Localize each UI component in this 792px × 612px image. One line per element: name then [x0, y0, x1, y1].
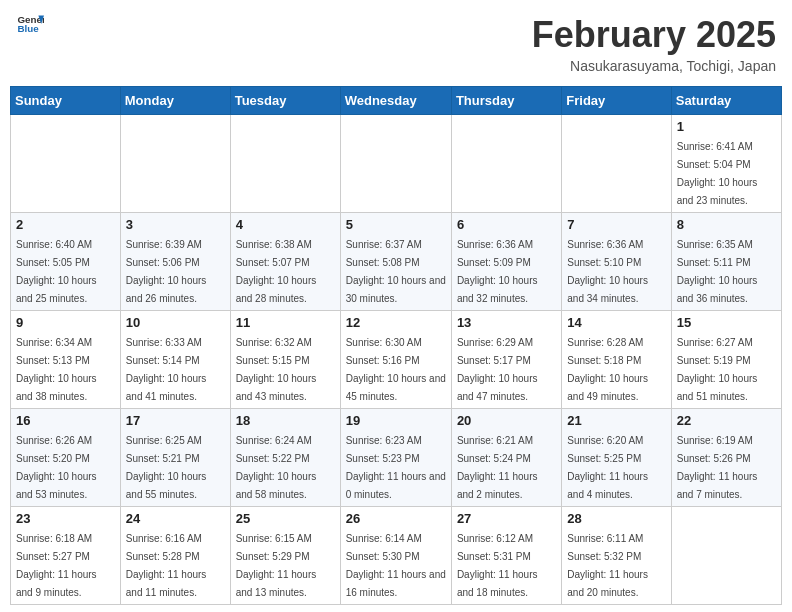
day-info: Sunrise: 6:14 AM Sunset: 5:30 PM Dayligh…: [346, 533, 446, 598]
weekday-header-tuesday: Tuesday: [230, 87, 340, 115]
day-number: 12: [346, 315, 446, 330]
day-cell: 9Sunrise: 6:34 AM Sunset: 5:13 PM Daylig…: [11, 311, 121, 409]
day-cell: 4Sunrise: 6:38 AM Sunset: 5:07 PM Daylig…: [230, 213, 340, 311]
day-number: 20: [457, 413, 556, 428]
day-info: Sunrise: 6:36 AM Sunset: 5:10 PM Dayligh…: [567, 239, 648, 304]
day-info: Sunrise: 6:25 AM Sunset: 5:21 PM Dayligh…: [126, 435, 207, 500]
day-number: 14: [567, 315, 665, 330]
day-cell: 7Sunrise: 6:36 AM Sunset: 5:10 PM Daylig…: [562, 213, 671, 311]
day-info: Sunrise: 6:28 AM Sunset: 5:18 PM Dayligh…: [567, 337, 648, 402]
day-number: 19: [346, 413, 446, 428]
day-cell: 14Sunrise: 6:28 AM Sunset: 5:18 PM Dayli…: [562, 311, 671, 409]
weekday-header-row: SundayMondayTuesdayWednesdayThursdayFrid…: [11, 87, 782, 115]
weekday-header-friday: Friday: [562, 87, 671, 115]
day-number: 22: [677, 413, 776, 428]
day-info: Sunrise: 6:36 AM Sunset: 5:09 PM Dayligh…: [457, 239, 538, 304]
weekday-header-sunday: Sunday: [11, 87, 121, 115]
day-cell: [11, 115, 121, 213]
day-info: Sunrise: 6:40 AM Sunset: 5:05 PM Dayligh…: [16, 239, 97, 304]
weekday-header-saturday: Saturday: [671, 87, 781, 115]
title-area: February 2025 Nasukarasuyama, Tochigi, J…: [532, 14, 776, 74]
day-info: Sunrise: 6:12 AM Sunset: 5:31 PM Dayligh…: [457, 533, 538, 598]
day-cell: 3Sunrise: 6:39 AM Sunset: 5:06 PM Daylig…: [120, 213, 230, 311]
day-number: 16: [16, 413, 115, 428]
day-number: 27: [457, 511, 556, 526]
day-number: 2: [16, 217, 115, 232]
day-info: Sunrise: 6:15 AM Sunset: 5:29 PM Dayligh…: [236, 533, 317, 598]
day-number: 13: [457, 315, 556, 330]
day-info: Sunrise: 6:37 AM Sunset: 5:08 PM Dayligh…: [346, 239, 446, 304]
day-number: 25: [236, 511, 335, 526]
day-cell: 13Sunrise: 6:29 AM Sunset: 5:17 PM Dayli…: [451, 311, 561, 409]
day-number: 9: [16, 315, 115, 330]
week-row-1: 1Sunrise: 6:41 AM Sunset: 5:04 PM Daylig…: [11, 115, 782, 213]
day-cell: 5Sunrise: 6:37 AM Sunset: 5:08 PM Daylig…: [340, 213, 451, 311]
month-title: February 2025: [532, 14, 776, 56]
day-number: 8: [677, 217, 776, 232]
calendar: SundayMondayTuesdayWednesdayThursdayFrid…: [10, 86, 782, 605]
day-cell: 11Sunrise: 6:32 AM Sunset: 5:15 PM Dayli…: [230, 311, 340, 409]
day-info: Sunrise: 6:20 AM Sunset: 5:25 PM Dayligh…: [567, 435, 648, 500]
day-info: Sunrise: 6:34 AM Sunset: 5:13 PM Dayligh…: [16, 337, 97, 402]
day-info: Sunrise: 6:11 AM Sunset: 5:32 PM Dayligh…: [567, 533, 648, 598]
svg-text:Blue: Blue: [17, 23, 39, 34]
day-number: 7: [567, 217, 665, 232]
day-cell: 24Sunrise: 6:16 AM Sunset: 5:28 PM Dayli…: [120, 507, 230, 605]
day-cell: 12Sunrise: 6:30 AM Sunset: 5:16 PM Dayli…: [340, 311, 451, 409]
day-cell: 28Sunrise: 6:11 AM Sunset: 5:32 PM Dayli…: [562, 507, 671, 605]
day-info: Sunrise: 6:33 AM Sunset: 5:14 PM Dayligh…: [126, 337, 207, 402]
day-info: Sunrise: 6:19 AM Sunset: 5:26 PM Dayligh…: [677, 435, 758, 500]
day-cell: [340, 115, 451, 213]
day-cell: [451, 115, 561, 213]
logo-icon: General Blue: [16, 10, 44, 38]
day-info: Sunrise: 6:24 AM Sunset: 5:22 PM Dayligh…: [236, 435, 317, 500]
day-info: Sunrise: 6:18 AM Sunset: 5:27 PM Dayligh…: [16, 533, 97, 598]
day-cell: 22Sunrise: 6:19 AM Sunset: 5:26 PM Dayli…: [671, 409, 781, 507]
day-number: 6: [457, 217, 556, 232]
week-row-3: 9Sunrise: 6:34 AM Sunset: 5:13 PM Daylig…: [11, 311, 782, 409]
day-cell: 23Sunrise: 6:18 AM Sunset: 5:27 PM Dayli…: [11, 507, 121, 605]
week-row-2: 2Sunrise: 6:40 AM Sunset: 5:05 PM Daylig…: [11, 213, 782, 311]
day-cell: 18Sunrise: 6:24 AM Sunset: 5:22 PM Dayli…: [230, 409, 340, 507]
day-cell: 8Sunrise: 6:35 AM Sunset: 5:11 PM Daylig…: [671, 213, 781, 311]
week-row-4: 16Sunrise: 6:26 AM Sunset: 5:20 PM Dayli…: [11, 409, 782, 507]
day-cell: [671, 507, 781, 605]
day-number: 10: [126, 315, 225, 330]
location-title: Nasukarasuyama, Tochigi, Japan: [532, 58, 776, 74]
day-cell: [562, 115, 671, 213]
day-info: Sunrise: 6:32 AM Sunset: 5:15 PM Dayligh…: [236, 337, 317, 402]
day-number: 3: [126, 217, 225, 232]
header: General Blue February 2025 Nasukarasuyam…: [10, 10, 782, 78]
day-info: Sunrise: 6:23 AM Sunset: 5:23 PM Dayligh…: [346, 435, 446, 500]
day-info: Sunrise: 6:29 AM Sunset: 5:17 PM Dayligh…: [457, 337, 538, 402]
day-info: Sunrise: 6:35 AM Sunset: 5:11 PM Dayligh…: [677, 239, 758, 304]
weekday-header-monday: Monday: [120, 87, 230, 115]
day-cell: 26Sunrise: 6:14 AM Sunset: 5:30 PM Dayli…: [340, 507, 451, 605]
day-number: 11: [236, 315, 335, 330]
day-number: 15: [677, 315, 776, 330]
day-info: Sunrise: 6:39 AM Sunset: 5:06 PM Dayligh…: [126, 239, 207, 304]
day-number: 1: [677, 119, 776, 134]
day-cell: 6Sunrise: 6:36 AM Sunset: 5:09 PM Daylig…: [451, 213, 561, 311]
day-number: 17: [126, 413, 225, 428]
day-info: Sunrise: 6:21 AM Sunset: 5:24 PM Dayligh…: [457, 435, 538, 500]
day-cell: 21Sunrise: 6:20 AM Sunset: 5:25 PM Dayli…: [562, 409, 671, 507]
day-cell: [230, 115, 340, 213]
week-row-5: 23Sunrise: 6:18 AM Sunset: 5:27 PM Dayli…: [11, 507, 782, 605]
day-number: 28: [567, 511, 665, 526]
day-number: 21: [567, 413, 665, 428]
day-cell: 25Sunrise: 6:15 AM Sunset: 5:29 PM Dayli…: [230, 507, 340, 605]
day-cell: 17Sunrise: 6:25 AM Sunset: 5:21 PM Dayli…: [120, 409, 230, 507]
day-cell: 16Sunrise: 6:26 AM Sunset: 5:20 PM Dayli…: [11, 409, 121, 507]
day-info: Sunrise: 6:16 AM Sunset: 5:28 PM Dayligh…: [126, 533, 207, 598]
day-info: Sunrise: 6:41 AM Sunset: 5:04 PM Dayligh…: [677, 141, 758, 206]
day-cell: 19Sunrise: 6:23 AM Sunset: 5:23 PM Dayli…: [340, 409, 451, 507]
day-cell: 1Sunrise: 6:41 AM Sunset: 5:04 PM Daylig…: [671, 115, 781, 213]
day-number: 5: [346, 217, 446, 232]
day-info: Sunrise: 6:38 AM Sunset: 5:07 PM Dayligh…: [236, 239, 317, 304]
day-cell: 27Sunrise: 6:12 AM Sunset: 5:31 PM Dayli…: [451, 507, 561, 605]
day-number: 26: [346, 511, 446, 526]
day-number: 23: [16, 511, 115, 526]
day-number: 24: [126, 511, 225, 526]
logo: General Blue: [16, 14, 44, 38]
